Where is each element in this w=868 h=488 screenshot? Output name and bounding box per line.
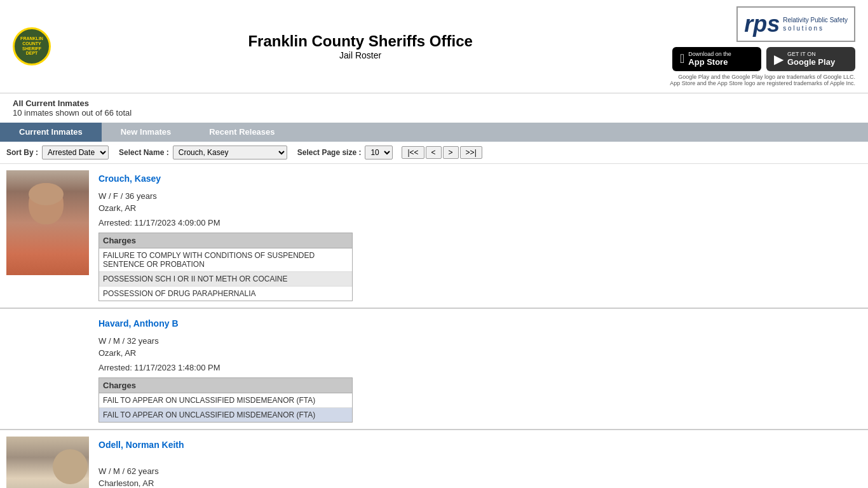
- app-buttons:  Download on the App Store ▶ GET IT ON …: [672, 47, 855, 71]
- charge-row: POSSESSION OF DRUG PARAPHERNALIA: [99, 287, 352, 301]
- inmate-info-2: Havard, Anthony B W / M / 32 years Ozark…: [98, 315, 862, 423]
- tab-new-inmates[interactable]: New Inmates: [102, 123, 190, 142]
- inmate-row: Crouch, Kasey W / F / 36 years Ozark, AR…: [0, 164, 868, 309]
- sheriff-badge: FRANKLINCOUNTYSHERIFFDEPT: [13, 27, 51, 65]
- rps-line2: s o l u t i o n s: [783, 24, 848, 32]
- inmate-location-2: Ozark, AR: [98, 348, 862, 358]
- charge-row: POSSESSION SCH I OR II NOT METH OR COCAI…: [99, 272, 352, 287]
- tab-current-inmates[interactable]: Current Inmates: [0, 123, 102, 142]
- inmate-row: Odell, Norman Keith W / M / 62 years Cha…: [0, 430, 868, 488]
- inmate-name-3[interactable]: Odell, Norman Keith: [98, 440, 862, 450]
- rps-logo: rps Relativity Public Safety s o l u t i…: [736, 6, 855, 42]
- prev-page-button[interactable]: <: [426, 146, 442, 159]
- first-page-button[interactable]: |<<: [402, 146, 424, 159]
- pagination-buttons: |<< < > >>|: [402, 146, 482, 159]
- page-header: FRANKLINCOUNTYSHERIFFDEPT Franklin Count…: [0, 0, 868, 93]
- charges-header-2: Charges: [99, 378, 352, 393]
- rps-tagline: Relativity Public Safety s o l u t i o n…: [783, 16, 848, 32]
- nav-tabs: Current Inmates New Inmates Recent Relea…: [0, 123, 868, 142]
- page-subtitle: Jail Roster: [248, 50, 472, 60]
- charge-row: FAIL TO APPEAR ON UNCLASSIFIED MISDEMEAN…: [99, 393, 352, 408]
- sort-by-label: Sort By :: [6, 148, 38, 157]
- rps-line1: Relativity Public Safety: [783, 16, 848, 24]
- googleplay-button[interactable]: ▶ GET IT ON Google Play: [766, 47, 855, 71]
- next-page-button[interactable]: >: [443, 146, 459, 159]
- page-size-label: Select Page size :: [297, 148, 362, 157]
- info-bar: All Current Inmates 10 inmates shown out…: [0, 93, 868, 123]
- disclaimer-line2: App Store and the App Store logo are reg…: [670, 80, 855, 86]
- apple-icon: : [680, 51, 684, 66]
- charges-table-2: Charges FAIL TO APPEAR ON UNCLASSIFIED M…: [98, 377, 353, 423]
- inmate-photo-2-empty: [6, 315, 89, 420]
- googleplay-icon: ▶: [774, 51, 783, 67]
- charge-row: FAIL TO APPEAR ON UNCLASSIFIED MISDEMEAN…: [99, 408, 352, 422]
- tab-recent-releases[interactable]: Recent Releases: [190, 123, 294, 142]
- last-page-button[interactable]: >>|: [460, 146, 482, 159]
- header-title-block: Franklin County Sheriffs Office Jail Ros…: [248, 32, 472, 60]
- inmate-spacer: [98, 458, 862, 466]
- select-name-label: Select Name :: [119, 148, 169, 157]
- inmate-count: 10 inmates shown out of 66 total: [13, 108, 855, 118]
- inmate-name-1[interactable]: Crouch, Kasey: [98, 173, 862, 184]
- charges-table-1: Charges FAILURE TO COMPLY WITH CONDITION…: [98, 233, 353, 301]
- inmate-demographics-1: W / F / 36 years: [98, 191, 862, 201]
- controls-bar: Sort By : Arrested Date Select Name : Cr…: [0, 142, 868, 164]
- inmate-name-2[interactable]: Havard, Anthony B: [98, 318, 862, 329]
- name-select[interactable]: Crouch, Kasey: [173, 146, 287, 159]
- page-title: Franklin County Sheriffs Office: [248, 32, 472, 50]
- sort-by-select[interactable]: Arrested Date: [42, 146, 109, 159]
- inmate-arrested-2: Arrested: 11/17/2023 1:48:00 PM: [98, 363, 862, 372]
- charge-row: FAILURE TO COMPLY WITH CONDITIONS OF SUS…: [99, 248, 352, 272]
- inmate-photo-1: [6, 170, 89, 275]
- inmate-location-3: Charleston, AR: [98, 478, 862, 488]
- inmate-demographics-2: W / M / 32 years: [98, 336, 862, 346]
- header-right: rps Relativity Public Safety s o l u t i…: [670, 6, 855, 86]
- rps-letters: rps: [744, 11, 780, 37]
- inmate-list: Crouch, Kasey W / F / 36 years Ozark, AR…: [0, 164, 868, 488]
- appstore-button[interactable]:  Download on the App Store: [672, 47, 761, 71]
- googleplay-big-label: Google Play: [787, 57, 835, 67]
- inmate-demographics-3: W / M / 62 years: [98, 466, 862, 476]
- charges-header-1: Charges: [99, 233, 352, 248]
- page-size-select[interactable]: 10 25 50: [365, 146, 393, 159]
- appstore-small-label: Download on the: [688, 51, 731, 57]
- inmate-photo-3: [6, 437, 89, 488]
- inmate-info-1: Crouch, Kasey W / F / 36 years Ozark, AR…: [98, 170, 862, 301]
- badge-text: FRANKLINCOUNTYSHERIFFDEPT: [20, 36, 43, 56]
- appstore-big-label: App Store: [688, 57, 731, 67]
- inmate-info-3: Odell, Norman Keith W / M / 62 years Cha…: [98, 437, 862, 488]
- app-disclaimer: Google Play and the Google Play logo are…: [670, 74, 855, 86]
- inmate-location-1: Ozark, AR: [98, 203, 862, 213]
- inmate-row: Havard, Anthony B W / M / 32 years Ozark…: [0, 309, 868, 430]
- googleplay-small-label: GET IT ON: [787, 51, 835, 57]
- all-current-label: All Current Inmates: [13, 98, 855, 108]
- inmate-arrested-1: Arrested: 11/17/2023 4:09:00 PM: [98, 218, 862, 227]
- disclaimer-line1: Google Play and the Google Play logo are…: [670, 74, 855, 80]
